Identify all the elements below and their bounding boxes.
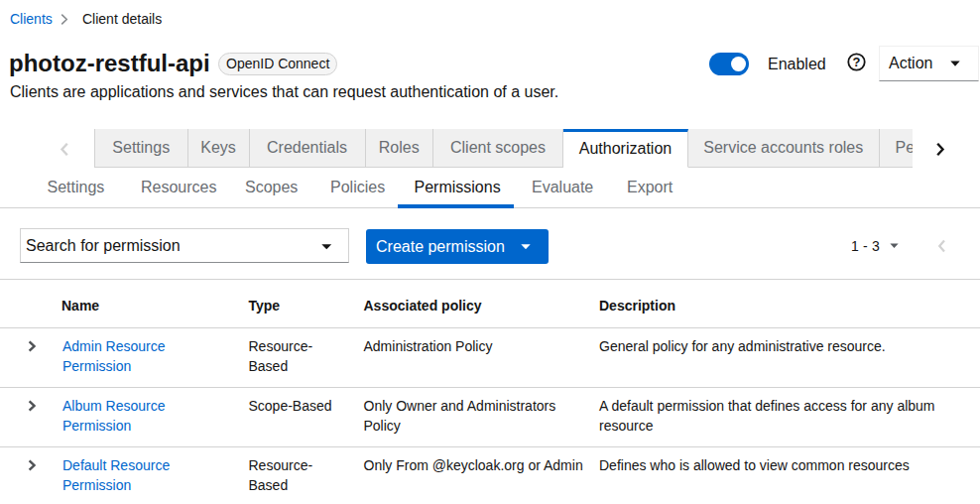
svg-text:?: ? (853, 55, 861, 69)
